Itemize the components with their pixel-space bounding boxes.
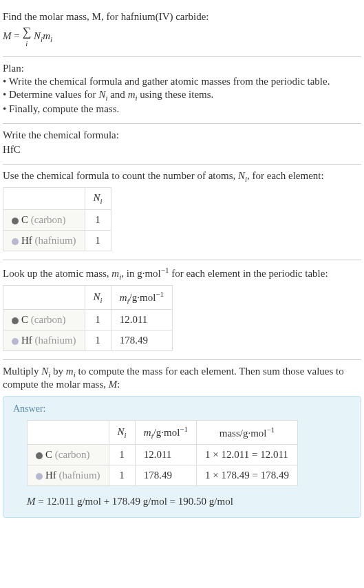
formula-n: N — [34, 30, 41, 41]
mult-bigm: M — [109, 379, 118, 390]
mult-a: Multiply — [3, 366, 41, 377]
table-header-row: Ni — [3, 188, 111, 210]
carbon-n: 1 — [109, 445, 135, 465]
table-row: Hf (hafnium) 1 178.49 — [3, 330, 173, 351]
header-m-unit: /g·mol — [129, 292, 156, 303]
ans-header-m-unit: /g·mol — [153, 427, 180, 438]
header-n-sym: N — [94, 192, 100, 203]
hafnium-symbol: Hf — [21, 335, 32, 346]
hafnium-dot-icon — [12, 338, 19, 345]
hafnium-dot-icon — [36, 473, 43, 480]
mass-prompt-a: Look up the atomic mass, — [3, 268, 111, 279]
count-prompt-b: , for each element: — [247, 170, 324, 181]
count-prompt-a: Use the chemical formula to count the nu… — [3, 170, 238, 181]
answer-box: Answer: Ni mi/g·mol−1 mass/g·mol−1 C (ca… — [3, 396, 361, 518]
header-empty — [3, 286, 85, 310]
formula-lhs: M — [3, 30, 12, 41]
chemical-formula-section: Write the chemical formula: HfC — [3, 124, 361, 165]
table-row: Hf (hafnium) 1 — [3, 231, 111, 251]
table-header-row: Ni mi/g·mol−1 mass/g·mol−1 — [28, 421, 298, 445]
final-m: M — [27, 496, 36, 507]
sum-symbol: ∑ — [22, 25, 31, 39]
carbon-n: 1 — [85, 310, 111, 330]
header-n: Ni — [85, 188, 111, 210]
header-n: Ni — [109, 421, 135, 445]
header-empty — [28, 421, 109, 445]
plan-title: Plan: — [3, 63, 361, 74]
chemical-formula: HfC — [3, 144, 361, 156]
mult-m: m — [66, 366, 74, 377]
element-hafnium: Hf (hafnium) — [3, 231, 85, 251]
atomic-mass-section: Look up the atomic mass, mi, in g·mol−1 … — [3, 260, 361, 360]
carbon-symbol: C — [21, 314, 28, 325]
element-carbon: C (carbon) — [3, 310, 85, 330]
table-row: C (carbon) 1 — [3, 210, 111, 231]
header-mass: mass/g·mol−1 — [197, 421, 298, 445]
formula-eq: = — [14, 30, 19, 41]
element-carbon: C (carbon) — [3, 210, 85, 231]
multiply-prompt: Multiply Ni by mi to compute the mass fo… — [3, 366, 361, 390]
hafnium-n: 1 — [85, 330, 111, 351]
ans-header-m: m — [144, 427, 151, 438]
hafnium-dot-icon — [12, 238, 19, 245]
header-m: mi/g·mol−1 — [111, 286, 172, 310]
molar-mass-formula: M = ∑ i Nimi — [3, 25, 361, 48]
plan-line-2b: using these items. — [138, 89, 214, 100]
hafnium-symbol: Hf — [21, 235, 32, 246]
answer-label: Answer: — [13, 403, 351, 414]
carbon-dot-icon — [36, 452, 43, 459]
header-m: mi/g·mol−1 — [135, 421, 196, 445]
carbon-name: (carbon) — [52, 449, 90, 460]
count-prompt-n: N — [238, 170, 245, 181]
carbon-m: 12.011 — [135, 445, 196, 465]
final-result: M = 12.011 g/mol + 178.49 g/mol = 190.50… — [27, 496, 351, 507]
carbon-mass: 12.011 — [111, 310, 172, 330]
header-empty — [3, 188, 85, 210]
mult-d: : — [117, 379, 120, 390]
ans-header-m-exp: −1 — [180, 425, 188, 433]
element-hafnium: Hf (hafnium) — [3, 330, 85, 351]
answer-section: Multiply Ni by mi to compute the mass fo… — [3, 360, 361, 526]
carbon-symbol: C — [45, 449, 52, 460]
hafnium-name: (hafnium) — [56, 470, 100, 481]
table-row: Hf (hafnium) 1 178.49 1 × 178.49 = 178.4… — [28, 465, 298, 486]
plan-line-2a: • Determine values for — [3, 89, 98, 100]
plan-line-2-and: and — [107, 89, 127, 100]
hafnium-symbol: Hf — [45, 470, 56, 481]
header-m-sym: m — [120, 292, 127, 303]
mass-prompt-m: m — [111, 268, 119, 279]
ans-header-n: N — [118, 426, 125, 437]
plan-line-1: • Write the chemical formula and gather … — [3, 76, 361, 87]
atomic-mass-table: Ni mi/g·mol−1 C (carbon) 1 12.011 Hf (ha… — [3, 285, 173, 351]
plan-line-2: • Determine values for Ni and mi using t… — [3, 89, 361, 102]
header-n: Ni — [85, 286, 111, 310]
carbon-symbol: C — [21, 214, 28, 225]
plan-line-3: • Finally, compute the mass. — [3, 103, 361, 115]
mult-b: by — [50, 366, 66, 377]
hafnium-name: (hafnium) — [32, 235, 76, 246]
mass-prompt-exp: −1 — [161, 266, 169, 274]
final-eq: = 12.011 g/mol + 178.49 g/mol = 190.50 g… — [36, 496, 233, 507]
formula-m: m — [43, 30, 50, 41]
answer-table: Ni mi/g·mol−1 mass/g·mol−1 C (carbon) 1 … — [27, 420, 298, 486]
hafnium-mass-calc: 1 × 178.49 = 178.49 — [197, 465, 298, 486]
ans-header-mass: mass/g·mol — [220, 428, 267, 439]
carbon-dot-icon — [12, 218, 19, 224]
atomic-mass-prompt: Look up the atomic mass, mi, in g·mol−1 … — [3, 266, 361, 281]
carbon-name: (carbon) — [28, 314, 66, 325]
sum-index: i — [25, 39, 28, 48]
header-m-exp: −1 — [156, 290, 164, 298]
plan-line-2-m: m — [128, 89, 136, 100]
intro-section: Find the molar mass, M, for hafnium(IV) … — [3, 6, 361, 57]
hafnium-mass: 178.49 — [111, 330, 172, 351]
table-row: C (carbon) 1 12.011 1 × 12.011 = 12.011 — [28, 445, 298, 465]
count-atoms-section: Use the chemical formula to count the nu… — [3, 165, 361, 260]
hafnium-n: 1 — [109, 465, 135, 486]
mult-n: N — [41, 366, 48, 377]
carbon-name: (carbon) — [28, 214, 66, 225]
formula-m-sub: i — [50, 35, 52, 43]
carbon-mass-calc: 1 × 12.011 = 12.011 — [197, 445, 298, 465]
hafnium-m: 178.49 — [135, 465, 196, 486]
count-atoms-prompt: Use the chemical formula to count the nu… — [3, 170, 361, 183]
hafnium-count: 1 — [85, 231, 111, 251]
